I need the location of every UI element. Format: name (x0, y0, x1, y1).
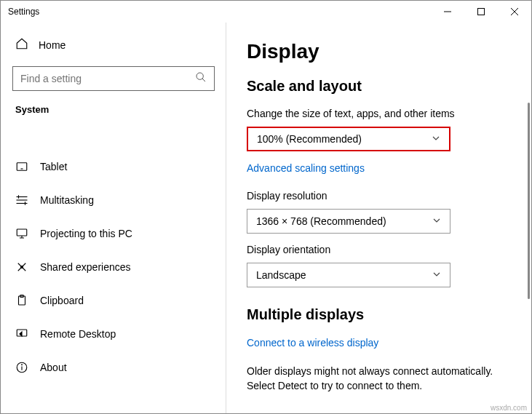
scale-section-title: Scale and layout (247, 78, 509, 95)
sidebar-item-clipboard[interactable]: Clipboard (12, 284, 215, 317)
settings-window: Settings Home (0, 0, 532, 414)
sidebar-item-label: Shared experiences (40, 261, 131, 273)
scrollbar[interactable] (528, 103, 530, 299)
content-area: Display Scale and layout Change the size… (226, 23, 531, 413)
multiple-section-title: Multiple displays (247, 306, 509, 323)
sidebar-item-multitasking[interactable]: Multitasking (12, 183, 215, 217)
older-displays-text: Older displays might not always connect … (247, 365, 509, 393)
sidebar: Home System Tablet Multitasking (1, 23, 226, 413)
window-body: Home System Tablet Multitasking (1, 23, 531, 413)
multitasking-icon (15, 194, 28, 207)
resolution-value: 1366 × 768 (Recommended) (256, 215, 386, 227)
scale-value: 100% (Recommended) (257, 133, 362, 145)
window-title: Settings (8, 7, 39, 17)
titlebar: Settings (1, 1, 531, 23)
resolution-label: Display resolution (247, 190, 509, 202)
svg-rect-6 (17, 163, 27, 171)
home-nav[interactable]: Home (12, 37, 215, 53)
window-controls (431, 1, 531, 23)
orientation-value: Landscape (256, 269, 306, 281)
chevron-down-icon (432, 269, 441, 281)
search-input[interactable] (20, 73, 195, 84)
svg-point-4 (196, 73, 203, 79)
projecting-icon (15, 227, 28, 240)
sidebar-item-projecting[interactable]: Projecting to this PC (12, 217, 215, 250)
svg-point-22 (22, 365, 23, 365)
system-header: System (12, 104, 215, 115)
shared-icon (15, 260, 28, 274)
home-icon (15, 37, 28, 53)
tablet-icon (15, 160, 28, 173)
sidebar-item-remote[interactable]: Remote Desktop (12, 317, 215, 351)
orientation-label: Display orientation (247, 244, 509, 255)
advanced-scaling-link[interactable]: Advanced scaling settings (247, 162, 365, 174)
remote-icon (15, 327, 28, 341)
sidebar-item-label: Clipboard (40, 295, 84, 306)
svg-line-5 (202, 79, 205, 81)
close-button[interactable] (498, 1, 531, 23)
minimize-button[interactable] (431, 1, 464, 23)
orientation-dropdown[interactable]: Landscape (247, 263, 450, 287)
sidebar-item-about[interactable]: About (12, 351, 215, 384)
scale-dropdown[interactable]: 100% (Recommended) (247, 127, 450, 151)
sidebar-item-label: Projecting to this PC (40, 228, 132, 239)
about-icon (15, 361, 28, 374)
svg-rect-13 (17, 229, 27, 236)
search-box[interactable] (12, 66, 215, 91)
wireless-display-link[interactable]: Connect to a wireless display (247, 337, 378, 349)
resolution-dropdown[interactable]: 1366 × 768 (Recommended) (247, 209, 450, 234)
maximize-button[interactable] (464, 1, 498, 23)
svg-rect-1 (478, 9, 485, 15)
sidebar-item-label: About (40, 362, 67, 373)
sidebar-item-shared[interactable]: Shared experiences (12, 250, 215, 284)
clipboard-icon (15, 294, 28, 307)
search-icon (195, 71, 207, 86)
nav-list: Tablet Multitasking Projecting to this P… (12, 150, 215, 384)
chevron-down-icon (432, 133, 440, 145)
sidebar-item-label: Tablet (40, 161, 67, 172)
page-title: Display (247, 40, 509, 63)
sidebar-item-label: Multitasking (40, 194, 94, 206)
sidebar-item-label: Remote Desktop (40, 328, 116, 340)
home-label: Home (39, 39, 65, 51)
watermark: wsxdn.com (491, 404, 527, 412)
scale-label: Change the size of text, apps, and other… (247, 108, 509, 119)
chevron-down-icon (432, 215, 441, 227)
sidebar-item-tablet[interactable]: Tablet (12, 150, 215, 183)
